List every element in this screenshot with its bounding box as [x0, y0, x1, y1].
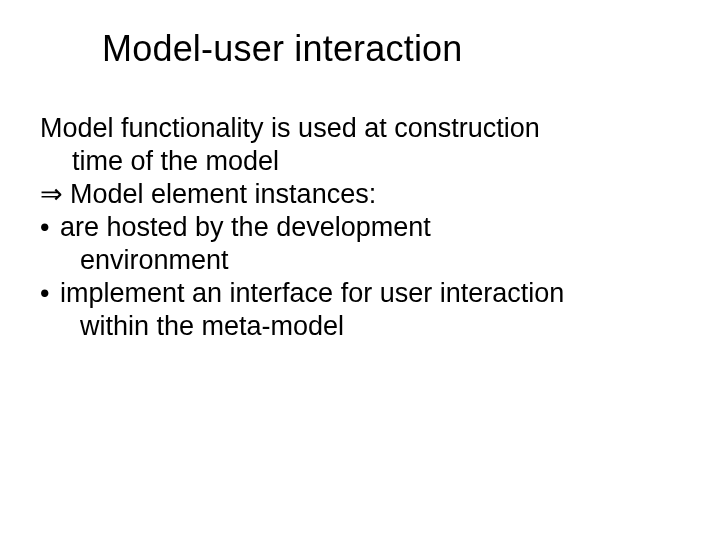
arrow-item: ⇒ Model element instances:	[40, 178, 680, 211]
bullet-item-2: • implement an interface for user intera…	[40, 277, 680, 343]
bullet-2-line-2: within the meta-model	[60, 310, 680, 343]
bullet-2-text: implement an interface for user interact…	[60, 277, 680, 343]
intro-paragraph: Model functionality is used at construct…	[40, 112, 680, 178]
double-arrow-icon: ⇒	[40, 178, 70, 211]
bullet-1-text: are hosted by the development environmen…	[60, 211, 680, 277]
slide-body: Model functionality is used at construct…	[40, 112, 680, 343]
slide-title: Model-user interaction	[102, 28, 680, 70]
bullet-1-line-1: are hosted by the development	[60, 211, 680, 244]
slide: Model-user interaction Model functionali…	[0, 0, 720, 540]
bullet-icon: •	[40, 277, 60, 310]
intro-line-2: time of the model	[40, 145, 680, 178]
bullet-2-line-1: implement an interface for user interact…	[60, 277, 680, 310]
arrow-text: Model element instances:	[70, 178, 376, 211]
intro-line-1: Model functionality is used at construct…	[40, 112, 680, 145]
bullet-item-1: • are hosted by the development environm…	[40, 211, 680, 277]
bullet-1-line-2: environment	[60, 244, 680, 277]
bullet-icon: •	[40, 211, 60, 244]
